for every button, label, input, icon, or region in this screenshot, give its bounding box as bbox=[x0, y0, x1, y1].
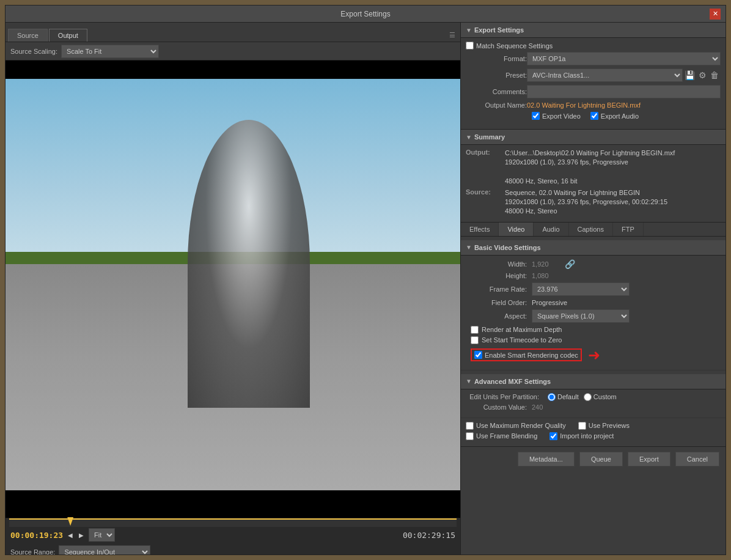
queue-button[interactable]: Queue bbox=[579, 452, 623, 466]
timeline-controls: 00:00:19:23 ◀ ▶ Fit 00:02:29:15 bbox=[6, 527, 460, 543]
export-video-checkbox[interactable] bbox=[532, 112, 540, 120]
summary-header[interactable]: ▼ Summary bbox=[461, 130, 725, 145]
aspect-select[interactable]: Square Pixels (1.0) bbox=[532, 309, 630, 323]
video-tabs-bar: Effects Video Audio Captions FTP bbox=[461, 223, 725, 237]
custom-radio-label: Custom bbox=[584, 393, 617, 401]
custom-radio[interactable] bbox=[584, 393, 592, 401]
bottom-opt-row2: Use Frame Blending Import into project bbox=[466, 432, 721, 440]
basic-video-arrow: ▼ bbox=[466, 244, 472, 251]
tab-video[interactable]: Video bbox=[499, 223, 534, 236]
preset-row: Preset: AVC-Intra Class1... 💾 ⚙ 🗑 bbox=[466, 68, 721, 82]
preset-select[interactable]: AVC-Intra Class1... bbox=[527, 68, 683, 82]
format-select[interactable]: MXF OP1a bbox=[527, 52, 721, 65]
tab-ftp[interactable]: FTP bbox=[613, 223, 644, 236]
export-audio-checkbox[interactable] bbox=[590, 112, 598, 120]
import-into-project-checkbox[interactable] bbox=[549, 432, 557, 440]
summary-output-label: Output: bbox=[466, 149, 502, 186]
source-range-select[interactable]: Sequence In/Out bbox=[59, 545, 150, 554]
close-button[interactable]: ✕ bbox=[710, 9, 721, 20]
export-video-audio-row: Export Video Export Audio bbox=[466, 112, 721, 122]
set-start-timecode-checkbox[interactable] bbox=[471, 336, 479, 344]
metadata-button[interactable]: Metadata... bbox=[518, 452, 575, 466]
summary-output-row: Output: C:\User...\Desktop\02.0 Waiting … bbox=[466, 149, 721, 186]
export-audio-label: Export Audio bbox=[601, 112, 639, 120]
tab-output[interactable]: Output bbox=[49, 29, 87, 42]
fit-select[interactable]: Fit bbox=[89, 528, 115, 542]
width-label: Width: bbox=[466, 260, 527, 268]
comments-input[interactable] bbox=[527, 85, 721, 98]
nav-next-btn[interactable]: ▶ bbox=[78, 531, 85, 540]
summary-source-label: Source: bbox=[466, 188, 502, 216]
height-value: 1,080 bbox=[532, 272, 562, 279]
tab-source[interactable]: Source bbox=[8, 29, 48, 42]
use-frame-blending-checkbox[interactable] bbox=[466, 432, 474, 440]
custom-value-row: Custom Value: 240 bbox=[466, 403, 721, 411]
preview-black-bottom bbox=[6, 490, 460, 518]
tab-captions[interactable]: Captions bbox=[569, 223, 613, 236]
timecode-current: 00:00:19:23 bbox=[10, 531, 63, 540]
manage-preset-btn[interactable]: ⚙ bbox=[697, 70, 708, 80]
height-label: Height: bbox=[466, 272, 527, 279]
smart-rendering-box: Enable Smart Rendering codec bbox=[471, 348, 582, 361]
advanced-mxf-header[interactable]: ▼ Advanced MXF Settings bbox=[461, 374, 725, 389]
aspect-label: Aspect: bbox=[466, 312, 527, 320]
field-order-row: Field Order: Progressive bbox=[466, 299, 721, 306]
export-settings-header[interactable]: ▼ Export Settings bbox=[461, 23, 725, 38]
frame-rate-select[interactable]: 23.976 bbox=[532, 282, 630, 296]
aspect-row: Aspect: Square Pixels (1.0) bbox=[466, 309, 721, 323]
timeline-scrub[interactable] bbox=[9, 518, 457, 527]
timeline-area: 00:00:19:23 ◀ ▶ Fit 00:02:29:15 Source R… bbox=[6, 518, 460, 554]
set-start-timecode-label: Set Start Timecode to Zero bbox=[482, 336, 562, 344]
tabs-menu-icon[interactable]: ☰ bbox=[447, 29, 458, 42]
field-order-label: Field Order: bbox=[466, 299, 527, 306]
source-scaling-label: Source Scaling: bbox=[10, 48, 57, 55]
default-radio[interactable] bbox=[548, 393, 556, 401]
custom-value: 240 bbox=[532, 403, 543, 411]
main-content: Source Output ☰ Source Scaling: Scale To… bbox=[6, 23, 725, 554]
source-scaling-row: Source Scaling: Scale To Fit Scale To Fi… bbox=[6, 42, 460, 61]
smart-rendering-checkbox[interactable] bbox=[474, 351, 482, 359]
export-settings-arrow: ▼ bbox=[466, 27, 472, 34]
source-scaling-select[interactable]: Scale To Fit Scale To Fill Stretch To Fi… bbox=[61, 45, 159, 58]
export-settings-dialog: Export Settings ✕ Source Output ☰ Source… bbox=[5, 5, 726, 555]
bottom-opt-row1: Use Maximum Render Quality Use Previews bbox=[466, 422, 721, 430]
basic-video-title: Basic Video Settings bbox=[474, 244, 541, 251]
use-max-render-checkbox[interactable] bbox=[466, 422, 474, 430]
summary-content: Output: C:\User...\Desktop\02.0 Waiting … bbox=[461, 145, 725, 223]
cancel-button[interactable]: Cancel bbox=[675, 452, 719, 466]
field-order-value: Progressive bbox=[532, 299, 567, 306]
red-arrow-indicator: ➜ bbox=[588, 347, 600, 364]
tab-audio[interactable]: Audio bbox=[534, 223, 568, 236]
nav-prev-btn[interactable]: ◀ bbox=[67, 531, 74, 540]
preset-label: Preset: bbox=[466, 72, 527, 79]
export-button[interactable]: Export bbox=[628, 452, 670, 466]
export-video-checkbox-row: Export Video bbox=[532, 112, 581, 120]
use-frame-blending-label: Use Frame Blending bbox=[476, 432, 537, 440]
tab-effects[interactable]: Effects bbox=[461, 223, 499, 236]
width-value: 1,920 bbox=[532, 260, 562, 268]
match-sequence-label: Match Sequence Settings bbox=[476, 42, 553, 50]
source-range-label: Source Range: bbox=[10, 548, 55, 554]
export-settings-content: Match Sequence Settings Format: MXF OP1a… bbox=[461, 38, 725, 130]
render-max-depth-checkbox[interactable] bbox=[471, 326, 479, 334]
set-start-timecode-row: Set Start Timecode to Zero bbox=[466, 336, 721, 344]
use-previews-item: Use Previews bbox=[578, 422, 630, 430]
output-name-link[interactable]: 02.0 Waiting For Lightning BEGIN.mxf bbox=[527, 101, 641, 109]
custom-value-label: Custom Value: bbox=[466, 403, 527, 411]
delete-preset-btn[interactable]: 🗑 bbox=[708, 70, 721, 80]
save-preset-btn[interactable]: 💾 bbox=[683, 70, 697, 80]
preview-image bbox=[6, 79, 460, 490]
link-icon: 🔗 bbox=[565, 259, 575, 269]
match-sequence-checkbox[interactable] bbox=[466, 42, 474, 50]
use-previews-label: Use Previews bbox=[589, 422, 630, 429]
left-panel: Source Output ☰ Source Scaling: Scale To… bbox=[6, 23, 461, 554]
dialog-title: Export Settings bbox=[21, 10, 710, 18]
use-previews-checkbox[interactable] bbox=[578, 422, 586, 430]
use-max-render-label: Use Maximum Render Quality bbox=[476, 422, 566, 429]
basic-video-header[interactable]: ▼ Basic Video Settings bbox=[461, 240, 725, 256]
format-row: Format: MXF OP1a bbox=[466, 52, 721, 65]
footer: Metadata... Queue Export Cancel bbox=[461, 446, 725, 472]
export-settings-title: Export Settings bbox=[474, 26, 524, 34]
default-radio-label: Default bbox=[548, 393, 579, 401]
frame-rate-label: Frame Rate: bbox=[466, 286, 527, 293]
